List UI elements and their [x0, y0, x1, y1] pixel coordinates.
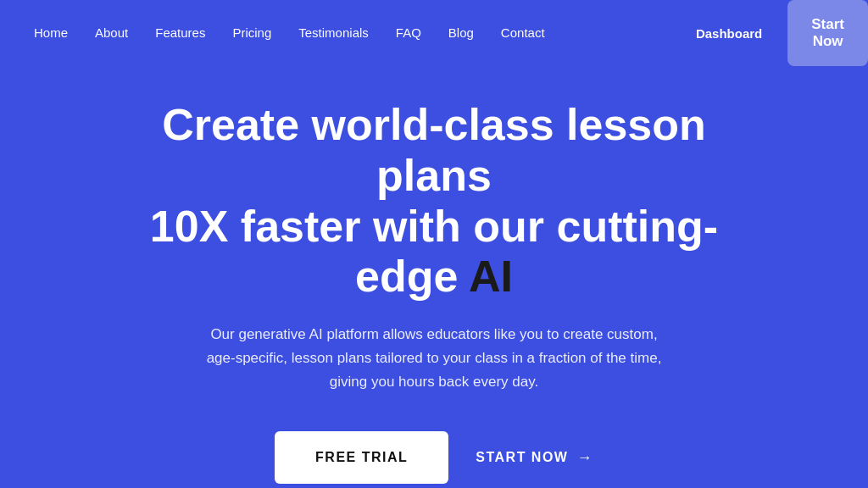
navbar: Home About Features Pricing Testimonials… [0, 0, 868, 66]
nav-contact[interactable]: Contact [501, 25, 545, 40]
nav-pricing[interactable]: Pricing [232, 25, 271, 40]
start-now-button[interactable]: StartNow [787, 0, 868, 66]
dashboard-link[interactable]: Dashboard [670, 26, 787, 41]
hero-title-ai: AI [469, 252, 513, 301]
hero-subtitle: Our generative AI platform allows educat… [197, 323, 671, 394]
nav-features[interactable]: Features [155, 25, 205, 40]
hero-buttons: FREE TRIAL START NOW → [275, 431, 593, 484]
nav-right: Dashboard StartNow [670, 0, 868, 66]
nav-blog[interactable]: Blog [448, 25, 474, 40]
arrow-icon: → [576, 449, 593, 467]
nav-home[interactable]: Home [34, 25, 68, 40]
hero-title-line1: Create world-class lesson plans [162, 100, 706, 200]
hero-section: Create world-class lesson plans 10X fast… [0, 66, 868, 488]
start-now-label: START NOW [476, 450, 568, 465]
hero-title-line2: 10X faster with our cutting-edge [150, 202, 718, 302]
nav-links: Home About Features Pricing Testimonials… [34, 25, 545, 41]
nav-testimonials[interactable]: Testimonials [298, 25, 369, 40]
free-trial-button[interactable]: FREE TRIAL [275, 431, 448, 484]
start-now-hero-button[interactable]: START NOW → [476, 449, 593, 467]
nav-about[interactable]: About [95, 25, 128, 40]
hero-title: Create world-class lesson plans 10X fast… [103, 100, 765, 302]
nav-faq[interactable]: FAQ [396, 25, 421, 40]
